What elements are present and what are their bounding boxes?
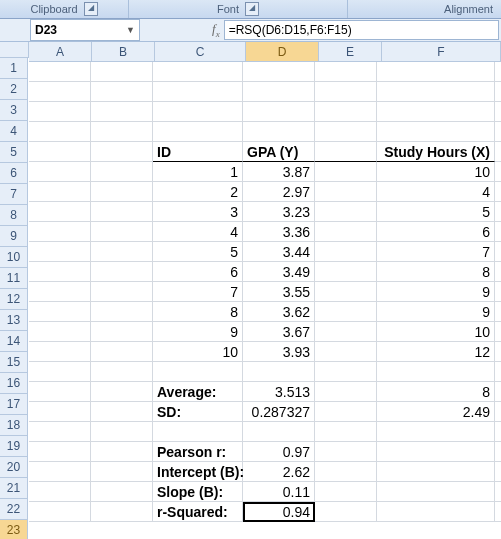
cell[interactable]	[91, 202, 153, 222]
cell[interactable]: 10	[377, 162, 495, 182]
cell[interactable]	[495, 222, 501, 242]
cell[interactable]	[91, 342, 153, 362]
cell[interactable]	[91, 222, 153, 242]
cell[interactable]	[243, 362, 315, 382]
cell[interactable]: 12	[377, 342, 495, 362]
cell[interactable]: 3.87	[243, 162, 315, 182]
cell[interactable]	[153, 422, 243, 442]
cell[interactable]	[377, 102, 495, 122]
row-header[interactable]: 19	[0, 436, 28, 457]
cell[interactable]: GPA (Y)	[243, 142, 315, 162]
cell[interactable]	[315, 262, 377, 282]
cell[interactable]: 5	[377, 202, 495, 222]
cell[interactable]	[377, 502, 495, 522]
cell[interactable]: 8	[377, 382, 495, 402]
cell[interactable]: r-Squared:	[153, 502, 243, 522]
cell[interactable]	[377, 422, 495, 442]
fx-icon[interactable]: fx	[212, 21, 220, 39]
cell[interactable]	[29, 482, 91, 502]
cell[interactable]	[315, 82, 377, 102]
cell[interactable]	[243, 422, 315, 442]
cell[interactable]	[153, 362, 243, 382]
dialog-launcher-icon[interactable]: ◢	[245, 2, 259, 16]
cell[interactable]	[495, 362, 501, 382]
cell[interactable]	[29, 242, 91, 262]
cell[interactable]	[29, 282, 91, 302]
cell[interactable]	[495, 402, 501, 422]
cell[interactable]: 6	[377, 222, 495, 242]
cell[interactable]	[91, 402, 153, 422]
cell[interactable]	[495, 142, 501, 162]
cell[interactable]	[243, 82, 315, 102]
col-header[interactable]: A	[29, 42, 92, 62]
cell[interactable]	[315, 142, 377, 162]
cell[interactable]: 3.44	[243, 242, 315, 262]
cell[interactable]	[29, 302, 91, 322]
col-header[interactable]: C	[155, 42, 246, 62]
cell[interactable]	[495, 482, 501, 502]
cell[interactable]	[495, 182, 501, 202]
row-header[interactable]: 21	[0, 478, 28, 499]
cell[interactable]	[91, 102, 153, 122]
cell[interactable]: 2.97	[243, 182, 315, 202]
cell[interactable]: 2.62	[243, 462, 315, 482]
col-header[interactable]: D	[246, 42, 319, 62]
cell[interactable]	[29, 322, 91, 342]
cell[interactable]	[495, 322, 501, 342]
cell[interactable]	[315, 442, 377, 462]
cell[interactable]	[315, 382, 377, 402]
cell[interactable]	[495, 342, 501, 362]
cell[interactable]	[315, 502, 377, 522]
row-header[interactable]: 17	[0, 394, 28, 415]
cell[interactable]	[243, 102, 315, 122]
cell[interactable]	[495, 122, 501, 142]
cell[interactable]	[91, 182, 153, 202]
cell[interactable]	[377, 362, 495, 382]
cell[interactable]	[91, 142, 153, 162]
cell[interactable]	[153, 122, 243, 142]
row-header[interactable]: 8	[0, 205, 28, 226]
col-header[interactable]: F	[382, 42, 501, 62]
cell[interactable]: Average:	[153, 382, 243, 402]
cell[interactable]: 6	[153, 262, 243, 282]
cell[interactable]	[91, 442, 153, 462]
cell[interactable]: SD:	[153, 402, 243, 422]
cell[interactable]: 2	[153, 182, 243, 202]
cell[interactable]	[315, 462, 377, 482]
row-header[interactable]: 6	[0, 163, 28, 184]
cell[interactable]	[153, 82, 243, 102]
cell[interactable]: 9	[377, 302, 495, 322]
cell[interactable]	[29, 142, 91, 162]
row-header[interactable]: 7	[0, 184, 28, 205]
cell[interactable]	[29, 82, 91, 102]
cell[interactable]: 2.49	[377, 402, 495, 422]
cell[interactable]: 7	[377, 242, 495, 262]
cell[interactable]	[495, 422, 501, 442]
cell[interactable]	[29, 462, 91, 482]
row-header[interactable]: 9	[0, 226, 28, 247]
cell[interactable]	[91, 282, 153, 302]
cell[interactable]	[29, 382, 91, 402]
row-header[interactable]: 4	[0, 121, 28, 142]
cell[interactable]	[377, 62, 495, 82]
cell[interactable]	[91, 502, 153, 522]
row-header[interactable]: 14	[0, 331, 28, 352]
cell[interactable]	[495, 102, 501, 122]
cell[interactable]	[91, 62, 153, 82]
row-header[interactable]: 13	[0, 310, 28, 331]
chevron-down-icon[interactable]: ▼	[126, 25, 135, 35]
cell[interactable]: Pearson r:	[153, 442, 243, 462]
cell[interactable]	[495, 242, 501, 262]
cell[interactable]	[91, 242, 153, 262]
cell[interactable]: 1	[153, 162, 243, 182]
cell[interactable]	[495, 202, 501, 222]
cell[interactable]	[315, 302, 377, 322]
cell[interactable]	[315, 162, 377, 182]
cell[interactable]: 3.49	[243, 262, 315, 282]
cell[interactable]: 3.36	[243, 222, 315, 242]
cell[interactable]: 4	[153, 222, 243, 242]
row-header[interactable]: 23	[0, 520, 28, 539]
cell[interactable]: Intercept (B):	[153, 462, 243, 482]
cell[interactable]	[29, 202, 91, 222]
cell[interactable]: 5	[153, 242, 243, 262]
